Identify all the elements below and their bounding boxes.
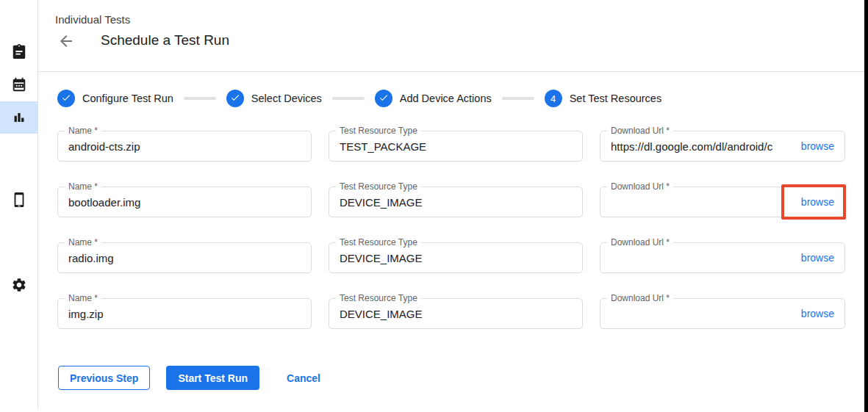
resource-type-value: DEVICE_IMAGE (340, 308, 572, 320)
resource-type-field[interactable]: Test Resource Type DEVICE_IMAGE (329, 187, 583, 217)
name-label: Name * (65, 126, 101, 137)
sidebar-item-settings[interactable] (0, 269, 38, 301)
name-field[interactable]: Name * android-cts.zip (57, 131, 312, 162)
start-test-run-button[interactable]: Start Test Run (166, 366, 259, 390)
resource-type-label: Test Resource Type (336, 181, 421, 192)
name-value: radio.img (68, 252, 301, 264)
cancel-button[interactable]: Cancel (284, 366, 323, 390)
check-icon (61, 93, 71, 105)
name-field[interactable]: Name * radio.img (57, 242, 312, 273)
stepper: Configure Test Run Select Devices Add De… (57, 90, 661, 107)
window-right-edge (864, 0, 868, 412)
browse-link[interactable]: browse (801, 308, 834, 319)
arrow-back-icon (57, 32, 75, 52)
step-set-test-resources[interactable]: 4 Set Test Resources (545, 90, 661, 107)
name-value: img.zip (68, 308, 301, 320)
check-icon (230, 93, 240, 105)
check-icon (379, 93, 389, 105)
step-complete-circle (226, 90, 244, 107)
header-divider (38, 71, 864, 72)
resource-type-value: DEVICE_IMAGE (340, 196, 572, 209)
name-label: Name * (65, 237, 101, 248)
download-url-field[interactable]: Download Url * browse (600, 187, 845, 217)
resource-type-label: Test Resource Type (336, 126, 421, 137)
step-add-device-actions[interactable]: Add Device Actions (375, 90, 492, 107)
calendar-icon (11, 76, 27, 93)
download-url-label: Download Url * (607, 181, 673, 192)
step-number-circle: 4 (545, 90, 562, 107)
download-url-label: Download Url * (607, 126, 673, 137)
sidebar-item-calendar[interactable] (0, 68, 38, 101)
settings-icon (11, 277, 27, 293)
browse-link[interactable]: browse (801, 140, 834, 152)
sidebar-item-bar-chart[interactable] (0, 101, 38, 134)
step-label: Select Devices (251, 93, 322, 104)
sidebar-item-clipboard[interactable] (0, 35, 38, 68)
resource-type-value: DEVICE_IMAGE (340, 252, 572, 264)
resource-type-value: TEST_PACKAGE (340, 140, 572, 153)
browse-link[interactable]: browse (801, 252, 834, 264)
sidebar-item-smartphone[interactable] (0, 184, 38, 216)
name-value: bootloader.img (68, 196, 301, 209)
name-label: Name * (65, 293, 101, 304)
back-button[interactable] (57, 33, 76, 51)
name-value: android-cts.zip (68, 140, 301, 153)
step-select-devices[interactable]: Select Devices (226, 90, 322, 107)
download-url-field[interactable]: Download Url * https://dl.google.com/dl/… (600, 131, 845, 162)
step-configure-test-run[interactable]: Configure Test Run (57, 90, 173, 107)
step-connector (332, 97, 365, 100)
resource-type-label: Test Resource Type (336, 237, 421, 248)
form-actions: Previous Step Start Test Run Cancel (58, 366, 323, 390)
resource-type-field[interactable]: Test Resource Type DEVICE_IMAGE (329, 242, 583, 273)
resource-type-label: Test Resource Type (336, 293, 421, 304)
step-connector (184, 97, 216, 100)
step-complete-circle (375, 90, 392, 107)
step-label: Add Device Actions (400, 93, 492, 104)
name-field[interactable]: Name * img.zip (57, 298, 312, 329)
name-label: Name * (65, 181, 101, 192)
download-url-label: Download Url * (607, 293, 673, 304)
sidebar (0, 0, 38, 408)
step-complete-circle (57, 90, 75, 107)
page-title: Schedule a Test Run (101, 32, 229, 48)
download-url-field[interactable]: Download Url * browse (600, 298, 845, 329)
download-url-label: Download Url * (607, 237, 673, 248)
test-resources-form: Name * android-cts.zip Test Resource Typ… (57, 131, 845, 329)
step-label: Set Test Resources (570, 93, 661, 104)
name-field[interactable]: Name * bootloader.img (57, 187, 312, 217)
step-connector (502, 97, 534, 100)
resource-type-field[interactable]: Test Resource Type TEST_PACKAGE (329, 131, 583, 162)
download-url-value: https://dl.google.com/dl/android/c (611, 140, 795, 153)
smartphone-icon (11, 192, 27, 208)
browse-link[interactable]: browse (801, 196, 834, 208)
step-label: Configure Test Run (82, 93, 173, 104)
clipboard-icon (11, 43, 27, 59)
breadcrumb: Individual Tests (55, 13, 130, 26)
previous-step-button[interactable]: Previous Step (58, 366, 150, 390)
bar-chart-icon (11, 109, 27, 126)
download-url-field[interactable]: Download Url * browse (600, 242, 845, 273)
resource-type-field[interactable]: Test Resource Type DEVICE_IMAGE (329, 298, 583, 329)
step-number: 4 (550, 93, 556, 104)
